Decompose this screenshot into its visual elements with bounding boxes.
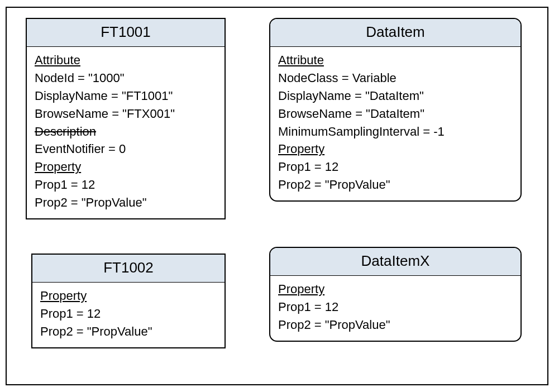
node-dataitemx: DataItemX Property Prop1 = 12 Prop2 = "P… [269, 247, 522, 342]
attr-nodeclass: NodeClass = Variable [278, 69, 513, 87]
node-body: Attribute NodeClass = Variable DisplayNa… [270, 47, 520, 200]
node-ft1002: FT1002 Property Prop1 = 12 Prop2 = "Prop… [31, 254, 226, 348]
node-title: DataItemX [270, 248, 520, 276]
node-body: Property Prop1 = 12 Prop2 = "PropValue" [32, 283, 225, 347]
section-property-heading: Property [35, 158, 217, 176]
section-property-heading: Property [40, 287, 217, 305]
prop1: Prop1 = 12 [40, 305, 217, 323]
prop1: Prop1 = 12 [35, 176, 217, 194]
prop2: Prop2 = "PropValue" [278, 176, 513, 194]
node-title: FT1002 [32, 255, 225, 283]
attr-displayname: DisplayName = "DataItem" [278, 87, 513, 105]
node-body: Property Prop1 = 12 Prop2 = "PropValue" [270, 276, 520, 341]
node-title: FT1001 [27, 19, 225, 47]
section-property-heading: Property [278, 280, 513, 298]
prop2: Prop2 = "PropValue" [35, 194, 217, 212]
section-attribute-heading: Attribute [35, 51, 217, 69]
node-title: DataItem [270, 19, 520, 47]
prop2: Prop2 = "PropValue" [278, 316, 513, 334]
node-dataitem: DataItem Attribute NodeClass = Variable … [269, 18, 522, 202]
attr-displayname: DisplayName = "FT1001" [35, 87, 217, 105]
diagram-canvas: FT1001 Attribute NodeId = "1000" Display… [6, 7, 548, 385]
prop1: Prop1 = 12 [278, 158, 513, 176]
prop1: Prop1 = 12 [278, 298, 513, 316]
attr-browsename: BrowseName = "FTX001" [35, 105, 217, 123]
attr-description-struck: Description [35, 123, 217, 141]
attr-browsename: BrowseName = "DataItem" [278, 105, 513, 123]
section-property-heading: Property [278, 140, 513, 158]
attr-nodeid: NodeId = "1000" [35, 69, 217, 87]
node-ft1001: FT1001 Attribute NodeId = "1000" Display… [26, 18, 226, 219]
node-body: Attribute NodeId = "1000" DisplayName = … [27, 47, 225, 218]
attr-msi: MinimumSamplingInterval = -1 [278, 123, 513, 141]
prop2: Prop2 = "PropValue" [40, 323, 217, 341]
attr-eventnotifier: EventNotifier = 0 [35, 140, 217, 158]
section-attribute-heading: Attribute [278, 51, 513, 69]
